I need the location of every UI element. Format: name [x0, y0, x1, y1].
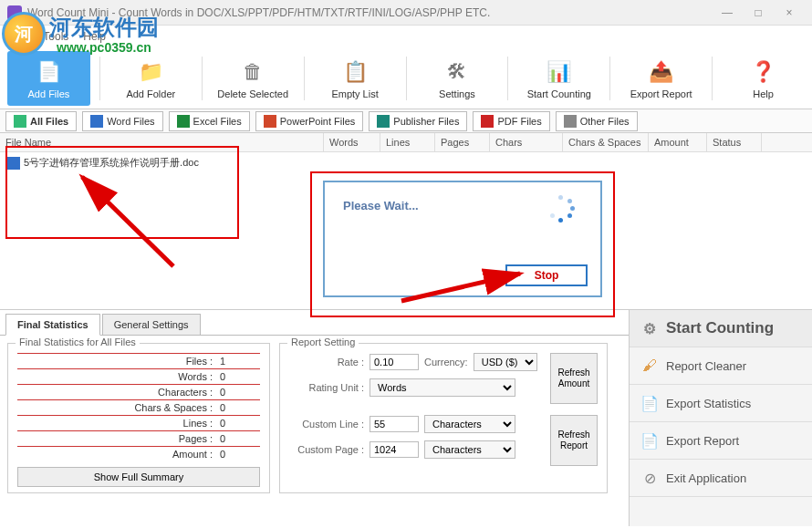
minimize-button[interactable]: — — [712, 3, 743, 23]
count-icon: 📊 — [545, 57, 574, 87]
rating-unit-label: Rating Unit : — [289, 382, 364, 393]
brush-icon: 🖌 — [640, 357, 659, 375]
progress-dialog: Please Wait... Stop — [323, 181, 602, 297]
add-folder-button[interactable]: 📁 Add Folder — [109, 51, 193, 106]
tab-all-files[interactable]: All Files — [5, 111, 77, 131]
tab-general-settings[interactable]: General Settings — [102, 314, 201, 336]
side-exit-button[interactable]: ⊘ Exit Application — [630, 460, 812, 497]
stat-cs-value: 0 — [220, 402, 256, 413]
stat-amount-value: 0 — [220, 449, 256, 460]
stat-files-value: 1 — [220, 356, 256, 367]
stat-words-value: 0 — [220, 371, 256, 382]
refresh-report-button[interactable]: Refresh Report — [550, 415, 598, 466]
col-lines[interactable]: Lines — [380, 133, 435, 151]
col-chars-spaces[interactable]: Chars & Spaces — [563, 133, 649, 151]
tab-other-files[interactable]: Other Files — [556, 111, 638, 131]
col-file-name[interactable]: File Name — [0, 133, 324, 151]
col-words[interactable]: Words — [324, 133, 380, 151]
custom-line-label: Custom Line : — [289, 419, 364, 430]
currency-label: Currency: — [424, 357, 468, 368]
custom-page-label: Custom Page : — [289, 444, 364, 455]
other-icon — [564, 115, 577, 128]
pdf-icon — [481, 115, 494, 128]
stat-lines-value: 0 — [220, 418, 256, 429]
export-icon: 📄 — [640, 431, 659, 450]
all-icon — [14, 115, 26, 128]
separator — [304, 57, 305, 100]
final-statistics-fieldset: Final Statistics for All Files Files :1 … — [7, 343, 270, 493]
gear-icon: ⚙ — [640, 319, 659, 337]
add-files-icon: 📄 — [34, 57, 63, 87]
tab-publisher-files[interactable]: Publisher Files — [369, 111, 467, 131]
export-icon: 📤 — [647, 57, 676, 87]
custom-line-unit-select[interactable]: Characters — [424, 415, 515, 433]
empty-icon: 📋 — [340, 57, 370, 87]
stat-amount-label: Amount : — [21, 449, 213, 460]
col-pages[interactable]: Pages — [435, 133, 490, 151]
stat-lines-label: Lines : — [21, 418, 213, 429]
export-report-button[interactable]: 📤 Export Report — [619, 51, 703, 106]
window-title: Word Count Mini - Count Words in DOC/XLS… — [27, 6, 712, 19]
side-start-counting-button[interactable]: ⚙ Start Counting — [630, 310, 812, 347]
stat-cs-label: Chars & Spaces : — [21, 402, 213, 413]
col-amount[interactable]: Amount — [649, 133, 707, 151]
stat-files-label: Files : — [21, 356, 213, 367]
file-row[interactable]: 5号字进销存管理系统操作说明手册.doc — [4, 154, 808, 171]
report-setting-fieldset: Report Setting Rate : Currency: USD ($) … — [279, 343, 608, 493]
empty-list-button[interactable]: 📋 Empty List — [314, 51, 397, 106]
doc-icon — [7, 157, 20, 170]
tab-excel-files[interactable]: Excel Files — [169, 111, 250, 131]
settings-button[interactable]: 🛠 Settings — [416, 51, 499, 106]
start-counting-button[interactable]: 📊 Start Counting — [517, 51, 600, 106]
stop-button[interactable]: Stop — [505, 264, 588, 286]
help-button[interactable]: ❓ Help — [722, 51, 805, 106]
tab-pdf-files[interactable]: PDF Files — [473, 111, 549, 131]
col-status[interactable]: Status — [707, 133, 762, 151]
delete-selected-button[interactable]: 🗑 Delete Selected — [212, 51, 295, 106]
maximize-button[interactable]: □ — [743, 3, 774, 23]
excel-icon — [177, 115, 190, 128]
side-report-cleaner-button[interactable]: 🖌 Report Cleaner — [630, 347, 812, 385]
dialog-message: Please Wait... — [343, 199, 419, 212]
help-icon: ❓ — [749, 57, 778, 87]
exit-icon: ⊘ — [640, 469, 659, 487]
app-icon — [7, 5, 22, 20]
delete-icon: 🗑 — [238, 57, 267, 87]
tab-final-statistics[interactable]: Final Statistics — [5, 314, 100, 336]
add-files-button[interactable]: 📄 Add Files — [7, 51, 90, 106]
separator — [99, 57, 100, 100]
add-folder-icon: 📁 — [136, 57, 165, 87]
separator — [202, 57, 203, 100]
stat-chars-value: 0 — [220, 387, 256, 398]
side-export-report-button[interactable]: 📄 Export Report — [630, 422, 812, 460]
ppt-icon — [264, 115, 276, 128]
export-icon: 📄 — [640, 394, 659, 412]
menu-help[interactable]: Help — [83, 30, 106, 43]
word-icon — [90, 115, 103, 128]
stat-words-label: Words : — [21, 371, 213, 382]
tab-word-files[interactable]: Word Files — [82, 111, 162, 131]
stat-pages-label: Pages : — [21, 433, 213, 444]
show-full-summary-button[interactable]: Show Full Summary — [17, 467, 260, 487]
stat-chars-label: Characters : — [21, 387, 213, 398]
side-export-statistics-button[interactable]: 📄 Export Statistics — [630, 385, 812, 422]
menu-tools[interactable]: Tools — [43, 30, 68, 43]
close-button[interactable]: × — [774, 3, 805, 23]
fieldset-legend: Report Setting — [287, 336, 359, 347]
tab-ppt-files[interactable]: PowerPoint Files — [255, 111, 364, 131]
separator — [507, 57, 508, 100]
custom-line-input[interactable] — [370, 416, 419, 432]
rating-unit-select[interactable]: Words — [370, 378, 515, 397]
refresh-amount-button[interactable]: Refresh Amount — [550, 353, 598, 404]
col-chars[interactable]: Chars — [490, 133, 563, 151]
rate-input[interactable] — [370, 354, 419, 370]
settings-icon: 🛠 — [442, 57, 472, 87]
rate-label: Rate : — [289, 357, 364, 368]
currency-select[interactable]: USD ($) — [474, 353, 537, 371]
publisher-icon — [377, 115, 390, 128]
file-name-cell: 5号字进销存管理系统操作说明手册.doc — [24, 156, 199, 170]
custom-page-unit-select[interactable]: Characters — [424, 440, 515, 459]
custom-page-input[interactable] — [370, 441, 419, 458]
separator — [609, 57, 610, 100]
menu-file[interactable]: File — [11, 30, 28, 43]
